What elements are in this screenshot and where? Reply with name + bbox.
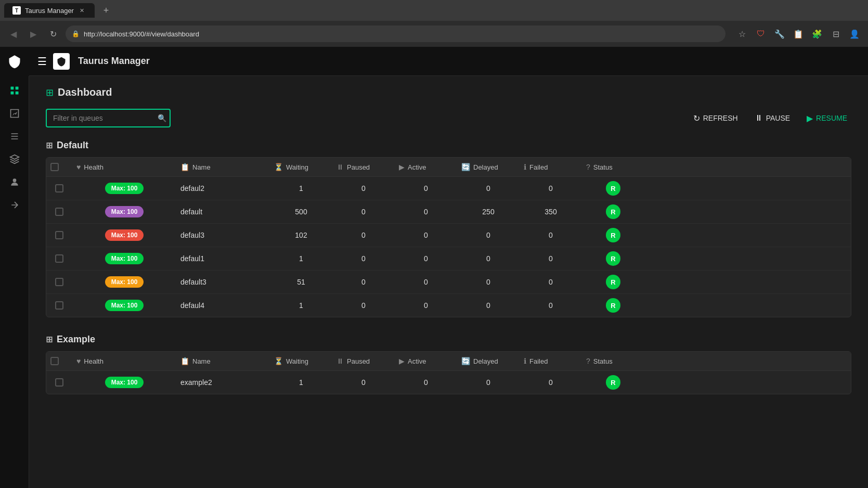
delayed-cell: 0 (457, 378, 520, 387)
browser-tab[interactable]: T Taurus Manager ✕ (4, 3, 95, 18)
sidebar-nav (0, 76, 29, 220)
active-value: 0 (424, 254, 428, 263)
delayed-cell: 0 (457, 184, 520, 192)
select-all-checkbox[interactable] (50, 163, 59, 171)
header-checkbox-col (46, 163, 72, 171)
address-bar[interactable]: 🔒 http://localhost:9000/#/view/dashboard (66, 25, 726, 42)
status-badge: R (606, 251, 620, 266)
svg-rect-5 (11, 136, 18, 137)
paused-cell: 0 (332, 231, 395, 239)
failed-value: 350 (545, 208, 556, 216)
table-row: Max: 100 defaul1 1 0 0 0 (46, 247, 851, 271)
search-icon[interactable]: 🔍 (158, 114, 166, 122)
header-paused: ⏸ Paused (332, 163, 395, 171)
active-value: 0 (424, 378, 428, 387)
pause-button[interactable]: ⏸ PAUSE (750, 110, 794, 126)
ext2-button[interactable]: 🔧 (772, 27, 787, 41)
status-icon: ? (586, 357, 590, 365)
paused-cell: 0 (332, 208, 395, 216)
resume-button[interactable]: ▶ RESUME (802, 110, 851, 126)
waiting-cell: 1 (270, 184, 332, 192)
active-value: 0 (424, 301, 428, 310)
svg-rect-6 (11, 138, 18, 139)
health-cell: Max: 100 (72, 253, 176, 264)
waiting-value: 1 (299, 254, 303, 263)
queue-icon: ⊞ (46, 140, 53, 150)
waiting-value: 500 (295, 208, 307, 216)
menu-icon[interactable]: ☰ (37, 55, 47, 68)
failed-cell: 350 (520, 208, 582, 216)
header-status: ? Status (582, 163, 644, 171)
row-checkbox-cell (46, 208, 72, 216)
profile-button[interactable]: 👤 (847, 27, 862, 41)
active-icon: ▶ (399, 163, 405, 171)
sidebar-item-export[interactable] (4, 195, 25, 215)
sidebar-item-charts[interactable] (4, 103, 25, 124)
name-cell: example2 (176, 378, 270, 387)
refresh-button[interactable]: ↻ REFRESH (689, 110, 742, 126)
layers-icon (9, 154, 20, 164)
health-cell: Max: 100 (72, 229, 176, 241)
bookmark-button[interactable]: ☆ (735, 27, 749, 41)
resume-icon: ▶ (807, 113, 813, 123)
export-icon (9, 200, 20, 210)
table-row: Max: 100 default3 51 0 0 0 (46, 271, 851, 294)
row-checkbox-cell (46, 301, 72, 310)
failed-cell: 0 (520, 184, 582, 192)
failed-value: 0 (549, 278, 553, 286)
ext4-button[interactable]: 🧩 (810, 27, 824, 41)
name-icon: 📋 (180, 357, 189, 365)
header-paused: ⏸ Paused (332, 357, 395, 365)
paused-value: 0 (361, 254, 366, 263)
forward-button[interactable]: ▶ (26, 27, 41, 41)
tab-close-button[interactable]: ✕ (78, 6, 86, 15)
sidebar-item-list[interactable] (4, 126, 25, 147)
status-badge: R (606, 275, 620, 289)
sidebar-item-users[interactable] (4, 172, 25, 192)
active-cell: 0 (395, 278, 457, 286)
svg-rect-0 (10, 87, 14, 90)
row-checkbox[interactable] (55, 208, 63, 216)
row-checkbox[interactable] (55, 254, 63, 263)
logo-icon (7, 54, 22, 69)
reload-button[interactable]: ↻ (46, 27, 60, 41)
queue-row-name: defaul1 (180, 254, 204, 263)
delayed-cell: 0 (457, 231, 520, 239)
failed-value: 0 (549, 301, 553, 310)
name-cell: defaul3 (176, 231, 270, 239)
row-checkbox[interactable] (55, 301, 63, 310)
delayed-icon: 🔄 (461, 357, 470, 365)
waiting-cell: 1 (270, 301, 332, 310)
status-badge: R (606, 228, 620, 242)
active-cell: 0 (395, 254, 457, 263)
row-checkbox[interactable] (55, 378, 63, 387)
paused-cell: 0 (332, 301, 395, 310)
failed-value: 0 (549, 254, 553, 263)
new-tab-button[interactable]: + (99, 3, 113, 18)
waiting-cell: 1 (270, 254, 332, 263)
row-checkbox[interactable] (55, 231, 63, 239)
table-header: ♥ Health 📋 Name ⏳ Waiting ⏸ Paused ▶ (46, 352, 851, 371)
failed-value: 0 (549, 231, 553, 239)
health-badge: Max: 100 (105, 300, 144, 311)
row-checkbox[interactable] (55, 184, 63, 192)
select-all-checkbox[interactable] (50, 357, 59, 365)
header-failed: ℹ Failed (520, 163, 582, 171)
status-cell: R (582, 228, 644, 242)
paused-value: 0 (361, 184, 366, 192)
sidebar-item-dashboard[interactable] (4, 80, 25, 101)
paused-cell: 0 (332, 254, 395, 263)
sidebar-toggle[interactable]: ⊟ (828, 27, 843, 41)
app-logo (0, 47, 29, 76)
back-button[interactable]: ◀ (6, 27, 21, 41)
failed-cell: 0 (520, 254, 582, 263)
filter-input[interactable] (46, 109, 171, 127)
ext3-button[interactable]: 📋 (791, 27, 806, 41)
table-row: Max: 100 default 500 0 0 250 (46, 200, 851, 224)
ext1-button[interactable]: 🛡 (754, 27, 768, 41)
row-checkbox[interactable] (55, 278, 63, 286)
header-delayed: 🔄 Delayed (457, 163, 520, 171)
sidebar-item-layers[interactable] (4, 149, 25, 170)
health-badge: Max: 100 (105, 377, 144, 388)
delayed-value: 0 (486, 378, 490, 387)
